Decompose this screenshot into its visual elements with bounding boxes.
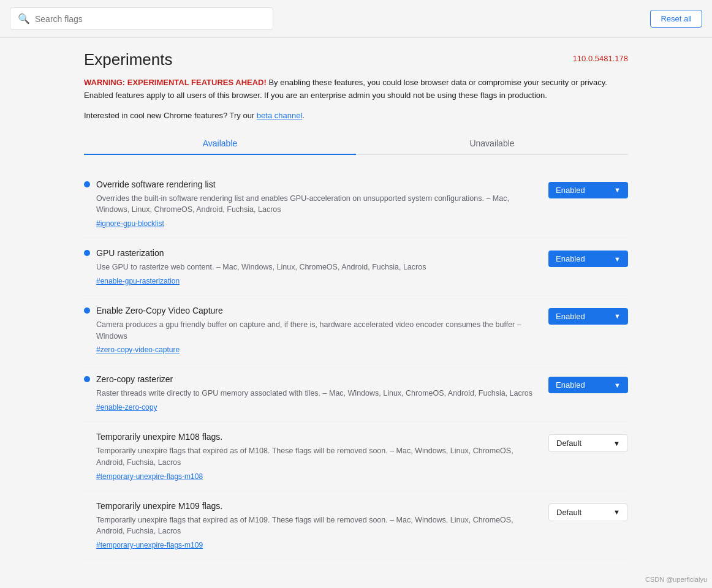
chevron-down-icon: ▼ — [614, 312, 621, 320]
search-container: 🔍 — [10, 7, 273, 30]
flag-description: Use GPU to rasterize web content. – Mac,… — [96, 262, 536, 273]
flag-select-label: Default — [556, 439, 581, 448]
flag-select-label: Enabled — [556, 254, 585, 263]
chevron-down-icon: ▼ — [613, 440, 620, 447]
flag-title-row: Override software rendering list — [84, 179, 536, 189]
flag-select-label: Default — [556, 508, 581, 517]
flag-select-label: Enabled — [556, 312, 585, 321]
tabs: Available Unavailable — [84, 132, 628, 155]
flag-select-label: Enabled — [556, 380, 585, 390]
chevron-down-icon: ▼ — [613, 508, 620, 516]
flag-title: Zero-copy rasterizer — [96, 374, 173, 384]
flag-control: Enabled ▼ — [548, 182, 628, 198]
beta-link[interactable]: beta channel — [257, 111, 302, 120]
flag-title-row: Zero-copy rasterizer — [84, 374, 536, 384]
flag-item: Temporarily unexpire M108 flags. Tempora… — [84, 422, 628, 491]
flag-description: Temporarily unexpire flags that expired … — [96, 445, 536, 469]
flag-title: Temporarily unexpire M108 flags. — [96, 432, 222, 442]
chevron-down-icon: ▼ — [614, 255, 621, 263]
flag-title: Enable Zero-Copy Video Capture — [96, 306, 223, 315]
warning-text: WARNING: EXPERIMENTAL FEATURES AHEAD! By… — [84, 77, 628, 102]
flag-description: Temporarily unexpire flags that expired … — [96, 514, 536, 538]
flag-select-button[interactable]: Default ▼ — [548, 434, 628, 452]
flag-title-row: Temporarily unexpire M109 flags. — [84, 501, 536, 511]
flag-dot — [84, 307, 90, 314]
main-content: Experiments 110.0.5481.178 WARNING: EXPE… — [74, 38, 638, 572]
flag-title: Temporarily unexpire M109 flags. — [96, 501, 222, 511]
flag-select-button[interactable]: Default ▼ — [548, 503, 628, 521]
flag-hash[interactable]: #ignore-gpu-blocklist — [96, 219, 164, 228]
flag-control: Enabled ▼ — [548, 251, 628, 267]
flag-select-label: Enabled — [556, 186, 585, 195]
flag-left-override-software-rendering-list: Override software rendering list Overrid… — [84, 179, 548, 228]
tab-available[interactable]: Available — [84, 132, 356, 154]
flag-dot — [84, 250, 90, 256]
flag-dot — [84, 434, 90, 440]
flag-left-temporary-unexpire-m109: Temporarily unexpire M109 flags. Tempora… — [84, 501, 548, 550]
flag-left-zero-copy-video-capture: Enable Zero-Copy Video Capture Camera pr… — [84, 306, 548, 355]
flag-title-row: GPU rasterization — [84, 248, 536, 258]
flag-hash[interactable]: #enable-gpu-rasterization — [96, 277, 180, 285]
flag-description: Camera produces a gpu friendly buffer on… — [96, 319, 536, 342]
flag-select-button[interactable]: Enabled ▼ — [548, 377, 628, 393]
flag-dot — [84, 376, 90, 382]
flag-left-gpu-rasterization: GPU rasterization Use GPU to rasterize w… — [84, 248, 548, 285]
flag-select-button[interactable]: Enabled ▼ — [548, 182, 628, 198]
search-icon: 🔍 — [18, 13, 30, 24]
flag-select-button[interactable]: Enabled ▼ — [548, 251, 628, 267]
flag-hash[interactable]: #temporary-unexpire-flags-m108 — [96, 472, 203, 481]
flag-control: Enabled ▼ — [548, 308, 628, 325]
flag-description: Raster threads write directly to GPU mem… — [96, 388, 536, 399]
flag-hash[interactable]: #temporary-unexpire-flags-m109 — [96, 541, 203, 549]
reset-all-button[interactable]: Reset all — [650, 10, 702, 28]
beta-line: Interested in cool new Chrome features? … — [84, 111, 628, 120]
beta-text: Interested in cool new Chrome features? … — [84, 111, 257, 120]
flag-select-button[interactable]: Enabled ▼ — [548, 308, 628, 325]
flag-title: GPU rasterization — [96, 248, 164, 258]
flag-item: GPU rasterization Use GPU to rasterize w… — [84, 238, 628, 296]
flag-hash[interactable]: #zero-copy-video-capture — [96, 345, 180, 354]
beta-suffix: . — [302, 111, 305, 120]
flag-item: Temporarily unexpire M109 flags. Tempora… — [84, 491, 628, 560]
flag-control: Enabled ▼ — [548, 377, 628, 393]
flag-left-temporary-unexpire-m108: Temporarily unexpire M108 flags. Tempora… — [84, 432, 548, 481]
flag-title-row: Enable Zero-Copy Video Capture — [84, 306, 536, 315]
top-bar: 🔍 Reset all — [0, 0, 712, 38]
page-header: Experiments 110.0.5481.178 — [84, 50, 628, 69]
flag-description: Overrides the built-in software renderin… — [96, 193, 536, 216]
flag-dot — [84, 503, 90, 509]
flag-dot — [84, 181, 90, 187]
flag-left-zero-copy-rasterizer: Zero-copy rasterizer Raster threads writ… — [84, 374, 548, 412]
flags-list: Override software rendering list Overrid… — [84, 170, 628, 560]
search-input[interactable] — [35, 14, 265, 24]
flag-hash[interactable]: #enable-zero-copy — [96, 403, 157, 412]
flag-control: Default ▼ — [548, 434, 628, 452]
flag-item: Override software rendering list Overrid… — [84, 170, 628, 239]
page-title: Experiments — [84, 50, 173, 69]
version-badge: 110.0.5481.178 — [573, 50, 628, 63]
flag-item: Zero-copy rasterizer Raster threads writ… — [84, 364, 628, 422]
flag-item: Enable Zero-Copy Video Capture Camera pr… — [84, 296, 628, 365]
flag-control: Default ▼ — [548, 503, 628, 521]
warning-prefix: WARNING: EXPERIMENTAL FEATURES AHEAD! — [84, 78, 267, 87]
chevron-down-icon: ▼ — [614, 382, 621, 389]
tab-unavailable[interactable]: Unavailable — [356, 132, 628, 154]
flag-title: Override software rendering list — [96, 179, 216, 189]
flag-title-row: Temporarily unexpire M108 flags. — [84, 432, 536, 442]
chevron-down-icon: ▼ — [614, 186, 621, 194]
